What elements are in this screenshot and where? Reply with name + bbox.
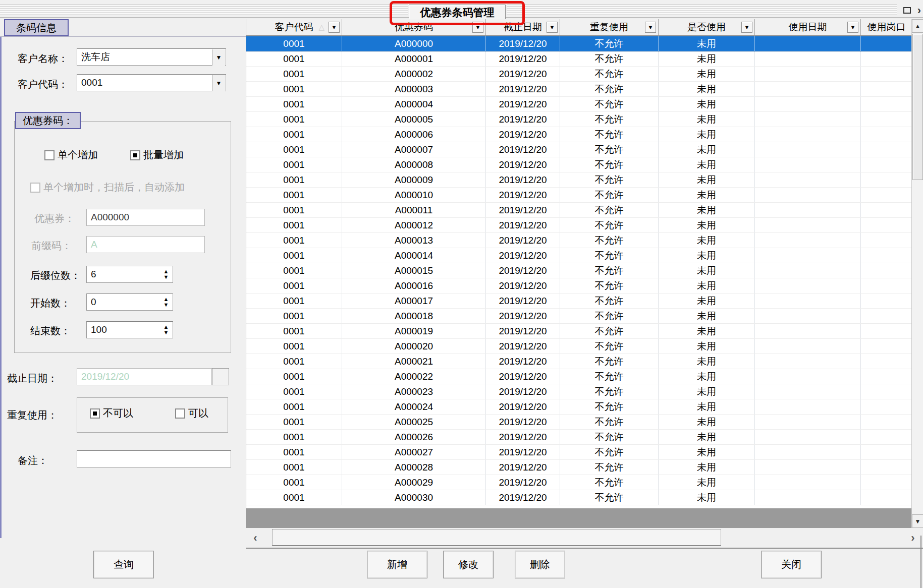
table-row[interactable]: 0001A0000202019/12/20不允许未用 — [246, 339, 912, 354]
filter-dropdown-icon[interactable]: ▼ — [847, 22, 858, 33]
reuse-yes-option[interactable]: 可以 — [175, 406, 208, 420]
table-cell: A000008 — [342, 157, 486, 172]
customer-code-combobox[interactable]: 0001 ▼ — [77, 74, 226, 91]
table-row[interactable]: 0001A0000112019/12/20不允许未用 — [246, 203, 912, 218]
end-date-value: 2019/12/20 — [81, 371, 129, 382]
table-row[interactable]: 0001A0000252019/12/20不允许未用 — [246, 415, 912, 430]
query-button[interactable]: 查询 — [93, 551, 154, 578]
table-row[interactable]: 0001A0000192019/12/20不允许未用 — [246, 324, 912, 339]
table-row[interactable]: 0001A0000262019/12/20不允许未用 — [246, 430, 912, 445]
table-cell: 0001 — [246, 82, 342, 96]
column-header-used[interactable]: 是否使用 ▼ — [659, 19, 755, 36]
column-header-customer-code[interactable]: 客户代码 △ ▼ — [246, 19, 342, 36]
remark-input[interactable] — [77, 450, 231, 467]
table-row[interactable]: 0001A0000142019/12/20不允许未用 — [246, 248, 912, 263]
column-header-use-station[interactable]: 使用岗口 — [861, 19, 912, 36]
horizontal-scrollbar[interactable]: ‹ › — [246, 528, 923, 548]
spinner-arrows-icon[interactable]: ▲▼ — [160, 267, 172, 281]
table-cell: 2019/12/20 — [486, 278, 560, 293]
close-dialog-button[interactable]: 关闭 — [761, 551, 822, 578]
filter-dropdown-icon[interactable]: ▼ — [741, 22, 752, 33]
table-cell — [755, 188, 861, 202]
table-cell: 2019/12/20 — [486, 203, 560, 217]
table-row[interactable]: 0001A0000162019/12/20不允许未用 — [246, 278, 912, 293]
table-row[interactable]: 0001A0000152019/12/20不允许未用 — [246, 263, 912, 278]
table-row[interactable]: 0001A0000012019/12/20不允许未用 — [246, 51, 912, 67]
delete-button[interactable]: 删除 — [515, 551, 565, 578]
table-row[interactable]: 0001A0000212019/12/20不允许未用 — [246, 354, 912, 369]
table-cell: 2019/12/20 — [486, 127, 560, 142]
table-row[interactable]: 0001A0000032019/12/20不允许未用 — [246, 82, 912, 97]
batch-add-option[interactable]: 批量增加 — [130, 148, 184, 162]
single-add-option[interactable]: 单个增加 — [44, 148, 98, 162]
table-row[interactable]: 0001A0000082019/12/20不允许未用 — [246, 157, 912, 172]
scroll-right-icon[interactable]: › — [905, 530, 921, 546]
maximize-button[interactable] — [901, 5, 913, 16]
column-header-reuse[interactable]: 重复使用 ▼ — [560, 19, 659, 36]
spinner-arrows-icon[interactable]: ▲▼ — [160, 295, 172, 309]
column-header-coupon-code[interactable]: 优惠券码 ▼ — [342, 19, 486, 36]
suffix-digits-spinner[interactable]: 6 ▲▼ — [86, 266, 173, 283]
table-cell: 不允许 — [560, 324, 659, 338]
table-row[interactable]: 0001A0000042019/12/20不允许未用 — [246, 97, 912, 112]
end-num-spinner[interactable]: 100 ▲▼ — [86, 321, 173, 338]
add-button[interactable]: 新增 — [367, 551, 427, 578]
table-row[interactable]: 0001A0000132019/12/20不允许未用 — [246, 233, 912, 248]
customer-name-label: 客户名称： — [18, 52, 68, 66]
table-cell: 未用 — [659, 67, 755, 81]
table-cell: 不允许 — [560, 67, 659, 81]
table-cell: 2019/12/20 — [486, 399, 560, 414]
table-row[interactable]: 0001A0000182019/12/20不允许未用 — [246, 309, 912, 324]
reuse-no-option[interactable]: 不可以 — [90, 406, 133, 420]
vertical-scrollbar-thumb[interactable] — [912, 34, 923, 180]
single-add-checkbox[interactable] — [44, 150, 55, 160]
vertical-scrollbar[interactable]: ▲ ▼ — [911, 19, 923, 528]
table-row[interactable]: 0001A0000222019/12/20不允许未用 — [246, 369, 912, 384]
table-row[interactable]: 0001A0000122019/12/20不允许未用 — [246, 218, 912, 233]
table-cell: 0001 — [246, 339, 342, 354]
table-row[interactable]: 0001A0000062019/12/20不允许未用 — [246, 127, 912, 142]
table-row[interactable]: 0001A0000052019/12/20不允许未用 — [246, 112, 912, 127]
reuse-no-checkbox[interactable] — [90, 408, 100, 419]
batch-add-checkbox[interactable] — [130, 150, 140, 160]
table-row[interactable]: 0001A0000302019/12/20不允许未用 — [246, 490, 912, 505]
customer-name-combobox[interactable]: 洗车店 ▼ — [77, 48, 226, 66]
table-row[interactable]: 0001A0000232019/12/20不允许未用 — [246, 384, 912, 399]
scroll-left-icon[interactable]: ‹ — [247, 530, 263, 546]
table-row[interactable]: 0001A0000172019/12/20不允许未用 — [246, 293, 912, 309]
table-row[interactable]: 0001A0000282019/12/20不允许未用 — [246, 460, 912, 475]
start-num-spinner[interactable]: 0 ▲▼ — [86, 293, 173, 311]
titlebar-grip-left — [0, 4, 408, 15]
table-cell: A000023 — [342, 384, 486, 399]
chevron-down-icon[interactable]: ▼ — [212, 49, 225, 66]
reuse-yes-checkbox[interactable] — [175, 408, 185, 419]
filter-dropdown-icon[interactable]: ▼ — [547, 22, 558, 33]
filter-dropdown-icon[interactable]: ▼ — [472, 22, 483, 33]
table-cell: 未用 — [659, 490, 755, 505]
table-row[interactable]: 0001A0000272019/12/20不允许未用 — [246, 445, 912, 460]
chevron-down-icon[interactable]: ▼ — [212, 75, 225, 91]
table-row[interactable]: 0001A0000102019/12/20不允许未用 — [246, 188, 912, 203]
spinner-arrows-icon[interactable]: ▲▼ — [160, 323, 172, 337]
filter-dropdown-icon[interactable]: ▼ — [645, 22, 656, 33]
table-row[interactable]: 0001A0000022019/12/20不允许未用 — [246, 67, 912, 82]
table-row[interactable]: 0001A0000072019/12/20不允许未用 — [246, 142, 912, 157]
table-row[interactable]: 0001A0000002019/12/20不允许未用 — [246, 36, 912, 51]
column-header-use-date[interactable]: 使用日期 ▼ — [755, 19, 861, 36]
column-header-end-date[interactable]: 截止日期 ▼ — [486, 19, 560, 36]
table-cell: 不允许 — [560, 384, 659, 399]
filter-dropdown-icon[interactable]: ▼ — [329, 22, 340, 33]
modify-button[interactable]: 修改 — [443, 551, 494, 578]
table-row[interactable]: 0001A0000242019/12/20不允许未用 — [246, 399, 912, 415]
table-cell: 不允许 — [560, 157, 659, 172]
scroll-down-icon[interactable]: ▼ — [912, 514, 923, 528]
table-row[interactable]: 0001A0000292019/12/20不允许未用 — [246, 475, 912, 490]
close-button[interactable]: › — [915, 5, 923, 16]
date-picker-button[interactable] — [212, 368, 229, 385]
table-cell: 2019/12/20 — [486, 475, 560, 490]
coupon-value: A000000 — [91, 212, 129, 223]
scroll-up-icon[interactable]: ▲ — [912, 19, 923, 33]
table-row[interactable]: 0001A0000092019/12/20不允许未用 — [246, 172, 912, 188]
tab-barcode-info[interactable]: 条码信息 — [4, 19, 69, 36]
horizontal-scrollbar-thumb[interactable] — [272, 529, 721, 546]
